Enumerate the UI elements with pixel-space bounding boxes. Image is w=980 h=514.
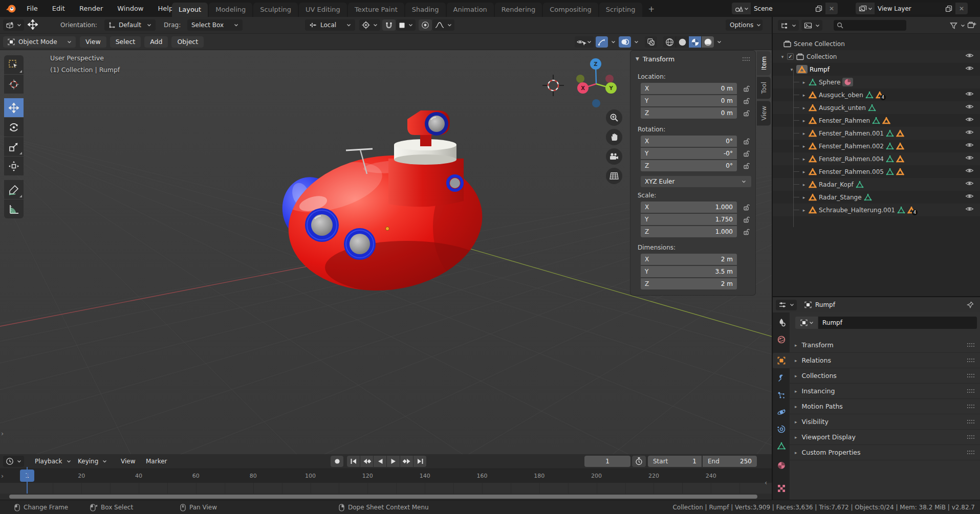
show-overlays-toggle[interactable] [619,36,631,48]
zoom-button[interactable] [606,109,622,126]
mesh-object-link-icon[interactable] [896,142,904,150]
workspace-tab-modeling[interactable]: Modeling [209,3,252,17]
timeline-menu-view[interactable]: View [117,456,139,467]
blender-logo-icon[interactable] [5,3,17,14]
section-relations[interactable]: ▸Relations [790,353,980,368]
xray-toggle[interactable] [645,36,657,48]
remove-view-layer-icon[interactable]: ✕ [955,3,968,14]
scale-y-field[interactable]: Y1.750 [641,214,737,225]
workspace-tab-animation[interactable]: Animation [447,3,494,17]
workspace-tab-shading[interactable]: Shading [405,3,446,17]
scene-selector-field[interactable]: Scene [751,3,825,14]
outliner-item-label[interactable]: Scene Collection [794,40,845,48]
object-name-field[interactable]: Rumpf [818,317,977,329]
hide-eye-icon[interactable] [965,193,974,199]
lock-icon[interactable] [741,148,751,159]
sidebar-tab-tool[interactable]: Tool [757,77,771,99]
viewport-3d[interactable]: User Perspective (1) Collection | Rumpf … [0,50,772,454]
section-motion-paths[interactable]: ▸Motion Paths [790,399,980,414]
new-collection-button[interactable] [967,21,976,29]
outliner-item-label[interactable]: Rumpf [810,66,830,73]
dimensions-z-field[interactable]: Z2 m [641,278,737,289]
timeline-menu-playback[interactable]: Playback [31,456,76,467]
timeline-scrollbar[interactable] [9,495,757,499]
rotation-z-field[interactable]: Z0° [641,160,737,171]
menu-edit[interactable]: Edit [46,3,71,14]
tool-rotate-button[interactable] [4,118,24,137]
hide-eye-icon[interactable] [965,52,974,59]
hide-eye-icon[interactable] [965,129,974,136]
mesh-object-link-icon[interactable] [896,129,904,137]
shading-rendered-button[interactable] [702,36,714,48]
outliner-row-fenster-rahmen-004[interactable]: ▸Fenster_Rahmen.004 [773,152,980,165]
tool-cursor-button[interactable] [4,75,24,94]
rotation-mode-dropdown[interactable]: XYZ Euler [641,176,751,187]
workspace-tab-layout[interactable]: Layout [172,3,208,17]
disclosure-icon[interactable]: ▸ [801,208,807,213]
location-y-field[interactable]: Y0 m [641,95,737,106]
outliner-item-label[interactable]: Fenster_Rahmen.001 [819,130,884,137]
hide-eye-icon[interactable] [965,167,974,174]
outliner-item-label[interactable]: Radar_Stange [819,194,862,201]
hide-eye-icon[interactable] [965,65,974,72]
timeline-tracks[interactable] [0,483,772,494]
frame-start-field[interactable]: Start1 [648,456,702,467]
disclosure-icon[interactable]: ▸ [801,131,807,136]
current-frame-line[interactable] [27,467,28,494]
play-reverse-button[interactable] [374,456,386,467]
material-icon[interactable] [842,78,853,86]
mesh-data-link-icon[interactable] [886,129,894,137]
outliner-row-ausguck-oben[interactable]: ▸Ausguck_oben4 [773,88,980,101]
workspace-tab-compositing[interactable]: Compositing [543,3,598,17]
overlays-dropdown-icon[interactable] [633,40,640,44]
section-collections[interactable]: ▸Collections [790,368,980,384]
shading-dropdown-icon[interactable] [716,40,723,44]
outliner-display-mode-button[interactable] [801,20,822,31]
perspective-toggle-button[interactable] [606,168,622,184]
properties-tab-particles[interactable] [773,388,790,403]
workspace-tab-scripting[interactable]: Scripting [599,3,642,17]
disclosure-icon[interactable]: ▾ [780,54,785,59]
outliner-filter-button[interactable] [947,20,968,31]
mesh-data-link-icon[interactable] [886,168,894,175]
mesh-object-link-icon[interactable] [882,117,890,124]
shading-solid-button[interactable] [676,36,688,48]
proportional-editing-toggle[interactable] [419,19,432,31]
outliner-item-label[interactable]: Radar_Kopf [819,181,854,188]
options-dropdown[interactable]: Options [726,19,763,31]
section-viewport-display[interactable]: ▸Viewport Display [790,430,980,445]
frame-end-field[interactable]: End250 [703,456,757,467]
mesh-data-link-icon[interactable] [864,193,872,201]
snap-target-dropdown[interactable] [359,19,380,31]
sidebar-tab-item[interactable]: Item [757,51,771,75]
view-layer-icon[interactable] [856,3,875,14]
collection-checkbox[interactable]: ✓ [787,53,794,60]
workspace-tab-rendering[interactable]: Rendering [495,3,542,17]
section-transform[interactable]: ▸Transform [790,338,980,353]
sidebar-tab-view[interactable]: View [757,101,771,125]
menu-render[interactable]: Render [73,3,109,14]
outliner-row-rumpf[interactable]: ▾Rumpf [773,63,980,76]
record-button[interactable] [331,456,343,467]
timeline-expand-arrow[interactable]: › [1,430,4,437]
drag-dropdown[interactable]: Select Box [187,19,243,31]
outliner-item-label[interactable]: Sphere [819,79,840,86]
outliner-item-label[interactable]: Schraube_Halterung.001 [819,207,895,214]
shading-wireframe-button[interactable] [663,36,676,48]
scale-x-field[interactable]: X1.000 [641,202,737,213]
mesh-data-link-icon[interactable] [856,181,864,188]
outliner-row-scene-collection[interactable]: Scene Collection [773,37,980,50]
snap-magnet-toggle[interactable] [382,19,396,31]
mesh-object-link-icon[interactable] [896,168,904,175]
hide-eye-icon[interactable] [965,142,974,148]
mesh-object-link-icon[interactable]: 4 [907,206,916,214]
duplicate-view-layer-icon[interactable] [945,5,952,12]
editor-type-button[interactable] [3,19,24,31]
navigation-gizmo[interactable]: Z X Y [572,52,623,108]
lock-icon[interactable] [741,160,751,171]
mesh-data-link-icon[interactable] [868,104,876,111]
object-name-icon-dropdown[interactable] [795,317,818,329]
outliner-row-collection[interactable]: ▾✓Collection [773,50,980,63]
outliner-item-label[interactable]: Ausguck_oben [819,92,863,99]
section-custom-properties[interactable]: ▸Custom Properties [790,445,980,460]
